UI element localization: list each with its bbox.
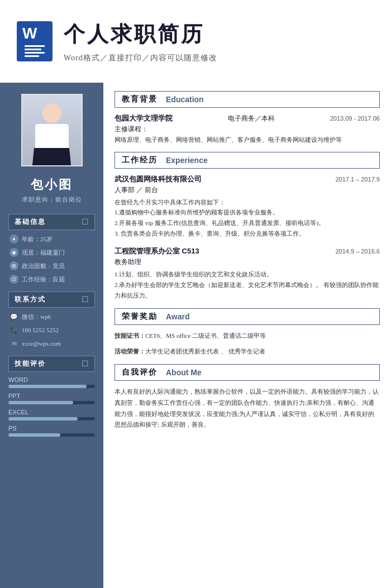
basic-info-header: 基础信息 ☐ [8, 214, 95, 230]
skill-ppt: PPT [8, 393, 95, 404]
skill-label-ppt: PPT [8, 393, 95, 399]
skills-header-text: 技能评价 [15, 359, 46, 369]
skill-items: WORD PPT EXCEL PS [8, 376, 95, 441]
edu-courses-label: 主修课程： [115, 125, 380, 134]
contact-text-email: xxxr@wps.com [22, 340, 61, 347]
about-text: 本人有良好的人际沟通能力，熟练掌握办公软件，以及一定的外语能力。具有较强的学习能… [115, 386, 380, 431]
info-item-experience: ⊡ 工作经验：应届 [8, 275, 95, 284]
skill-bar-fill-ppt [8, 401, 73, 404]
exp-desc-1: 1.计划、组织、协调各级学生组织的文艺和文化娱乐活动。 2.承办好学生会部的学生… [115, 269, 380, 300]
about-en-title: About Me [166, 368, 202, 377]
exp-date-1: 2014.9 – 2016.6 [335, 248, 380, 255]
age-icon: ♦ [9, 235, 18, 243]
email-icon: ✉ [9, 339, 18, 348]
exp-dept-0: 人事部 ／ 前台 [115, 185, 380, 195]
skill-bar-fill-excel [8, 417, 78, 420]
skill-label-excel: EXCEL [8, 409, 95, 415]
contact-header: 联系方式 ☐ [8, 291, 95, 308]
experience-zh-title: 工作经历 [122, 155, 158, 165]
skill-bar-fill-ps [8, 433, 60, 437]
experience-entry-1: 工程院管理系办公室 C513 2014.9 – 2016.6 教务助理 1.计划… [115, 246, 380, 300]
awards-honor-label: 活动荣誉： [115, 348, 145, 355]
awards-honor: 活动荣誉：大学生记者团优秀新生代表 、 优秀学生记者 [115, 346, 380, 357]
contact-text-wechat: 微信：wph [22, 313, 51, 321]
info-text-politics: 政治面貌：党员 [22, 262, 65, 270]
exp-desc-0: 在曾经九个月实习中具体工作内容如下： 1.遵循购物中心服务标准向所维护的顾客提供… [115, 197, 380, 239]
basic-info-header-icon: ☐ [82, 217, 89, 227]
experience-en-title: Experience [166, 156, 208, 165]
exp-row-top-1: 工程院管理系办公室 C513 2014.9 – 2016.6 [115, 246, 380, 256]
contact-text-phone: 180 5252 5252 [22, 327, 59, 333]
exp-dept-1: 教务助理 [115, 257, 380, 267]
about-zh-title: 自我评价 [122, 367, 158, 377]
wechat-icon: 💬 [9, 312, 18, 321]
basic-info-items: ♦ 年龄：25岁 ◉ 现居：福建厦门 ⊞ 政治面貌：党员 ⊡ 工作经验：应届 [8, 235, 95, 288]
edu-courses-text: 网络原理、电子商务、网络营销、网站推广、客户服务、电子商务网站建设与维护等 [115, 135, 380, 145]
info-item-age: ♦ 年龄：25岁 [8, 235, 95, 243]
info-item-location: ◉ 现居：福建厦门 [8, 248, 95, 257]
profile-photo [21, 94, 83, 166]
experience-header: 工作经历 Experience [115, 152, 380, 169]
word-w-letter: W [22, 26, 37, 41]
edu-school: 包园大学文理学院 [115, 113, 173, 123]
right-content: 教育背景 Education 包园大学文理学院 电子商务／本科 2013.09 … [103, 83, 391, 588]
education-entry-0: 包园大学文理学院 电子商务／本科 2013.09 - 2017.06 主修课程：… [115, 113, 380, 145]
contact-items: 💬 微信：wph 📞 180 5252 5252 ✉ xxxr@wps.com [8, 312, 95, 352]
awards-en-title: Award [166, 312, 190, 321]
photo-placeholder [22, 95, 82, 165]
word-icon: W [17, 21, 53, 61]
info-text-age: 年龄：25岁 [22, 235, 53, 243]
edu-degree: 电子商务／本科 [228, 114, 275, 123]
experience-section: 工作经历 Experience 武汉包圆网络科技有限公司 2017.1 – 20… [115, 152, 380, 301]
exp-company-1: 工程院管理系办公室 C513 [115, 246, 199, 256]
figure-head [42, 103, 61, 123]
skill-ps: PS [8, 425, 95, 437]
skill-bar-fill-word [8, 385, 87, 388]
experience-entry-0: 武汉包圆网络科技有限公司 2017.1 – 2017.9 人事部 ／ 前台 在曾… [115, 174, 380, 239]
about-header: 自我评价 About Me [115, 364, 380, 381]
awards-header: 荣誉奖励 Award [115, 308, 380, 325]
contact-item-email: ✉ xxxr@wps.com [8, 339, 95, 348]
awards-zh-title: 荣誉奖励 [122, 312, 158, 322]
exp-company-0: 武汉包圆网络科技有限公司 [115, 174, 202, 184]
about-section: 自我评价 About Me 本人有良好的人际沟通能力，熟练掌握办公软件，以及一定… [115, 364, 380, 431]
skills-header: 技能评价 ☐ [8, 356, 95, 372]
awards-cert: 技能证书：CET6、MS office 二级证书、普通话二级甲等 [115, 331, 380, 342]
contact-header-text: 联系方式 [15, 295, 46, 304]
skill-excel: EXCEL [8, 409, 95, 420]
exp-row-top-0: 武汉包圆网络科技有限公司 2017.1 – 2017.9 [115, 174, 380, 184]
skills-header-icon: ☐ [82, 359, 89, 369]
experience-icon: ⊡ [9, 275, 18, 284]
banner-text-block: 个人求职简历 Word格式／直接打印／内容可以随意修改 [64, 20, 217, 63]
awards-cert-label: 技能证书： [115, 332, 145, 339]
education-header: 教育背景 Education [115, 91, 380, 108]
skill-bar-bg-excel [8, 417, 95, 420]
figure-skirt [32, 148, 71, 166]
skill-label-ps: PS [8, 425, 95, 432]
education-en-title: Education [166, 95, 204, 104]
exp-date-0: 2017.1 – 2017.9 [335, 176, 380, 183]
education-section: 教育背景 Education 包园大学文理学院 电子商务／本科 2013.09 … [115, 91, 380, 145]
skill-bar-bg-word [8, 385, 95, 388]
politics-icon: ⊞ [9, 261, 18, 270]
main-content: 包小图 求职意向：前台岗位 基础信息 ☐ ♦ 年龄：25岁 ◉ 现居：福建厦门 … [0, 83, 391, 588]
edu-date: 2013.09 - 2017.06 [330, 115, 380, 122]
contact-header-icon: ☐ [82, 295, 89, 304]
contact-item-phone: 📞 180 5252 5252 [8, 326, 95, 334]
word-lines [25, 45, 45, 57]
sidebar-job-title: 求职意向：前台岗位 [22, 195, 82, 204]
banner-subtitle: Word格式／直接打印／内容可以随意修改 [64, 53, 217, 63]
awards-section: 荣誉奖励 Award 技能证书：CET6、MS office 二级证书、普通话二… [115, 308, 380, 357]
info-text-experience: 工作经验：应届 [22, 275, 65, 284]
top-banner: W 个人求职简历 Word格式／直接打印／内容可以随意修改 [0, 0, 391, 83]
education-zh-title: 教育背景 [122, 94, 158, 104]
sidebar-name: 包小图 [31, 176, 73, 193]
banner-title: 个人求职简历 [64, 20, 217, 49]
info-text-location: 现居：福建厦门 [22, 248, 65, 257]
basic-info-header-text: 基础信息 [15, 217, 46, 227]
skill-word: WORD [8, 376, 95, 388]
skill-label-word: WORD [8, 376, 95, 383]
phone-icon: 📞 [9, 326, 18, 334]
skill-bar-bg-ppt [8, 401, 95, 404]
contact-item-wechat: 💬 微信：wph [8, 312, 95, 321]
